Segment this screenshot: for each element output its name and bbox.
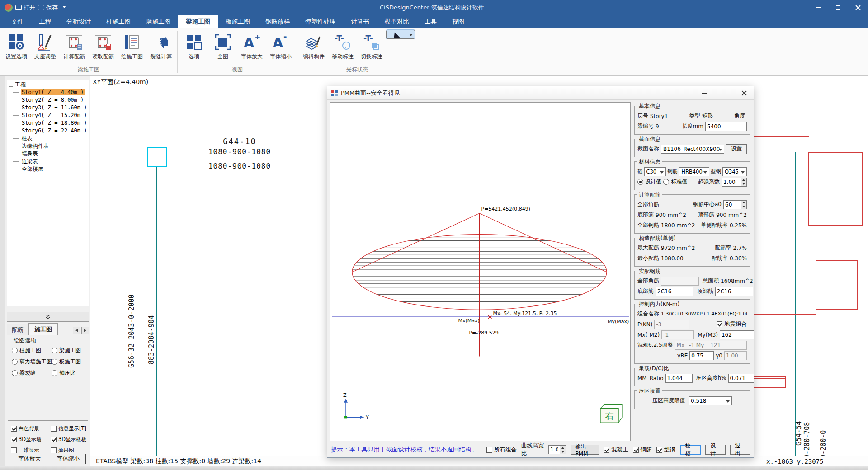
tree-item-2[interactable]: Story2( Z = 8.00m ): [9, 96, 89, 104]
tree-item-3[interactable]: Story3( Z = 11.60m ): [9, 104, 89, 112]
menu-tab-9[interactable]: 弹塑性处理: [297, 15, 344, 28]
quick-access-dropdown-icon[interactable]: [62, 6, 66, 10]
maximize-button[interactable]: [828, 0, 848, 15]
actual-top-input[interactable]: [715, 287, 753, 296]
tree-item-4[interactable]: Story4( Z = 15.20m ): [9, 112, 89, 119]
rebar-checkbox[interactable]: 钢筋: [633, 446, 652, 454]
open-button[interactable]: 打开: [15, 4, 35, 12]
standard-value-radio[interactable]: 标准值: [663, 178, 687, 186]
gamma-re-input[interactable]: [689, 351, 714, 360]
ribbon-button-toggle-label[interactable]: -T-切换标注: [357, 30, 386, 62]
menu-tab-12[interactable]: 工具: [417, 15, 444, 28]
tabs-scroll-left-button[interactable]: [73, 327, 80, 334]
ribbon-button-move-label[interactable]: -T-移动标注: [328, 30, 357, 62]
ribbon-button-select-cursor[interactable]: 选择实体: [386, 30, 415, 39]
draw-option-radio-5[interactable]: 梁裂缝: [12, 369, 52, 377]
ribbon-button-section-calc[interactable]: 计算配筋: [60, 30, 89, 62]
actual-corner-input[interactable]: [661, 277, 699, 286]
ribbon-button-font-minus[interactable]: A-字体缩小: [266, 30, 295, 62]
menu-tab-3[interactable]: 分析设计: [59, 15, 99, 28]
tree-root[interactable]: 工程: [9, 81, 89, 89]
display-option-checkbox-1[interactable]: 白色背景: [11, 425, 51, 432]
dialog-close-button[interactable]: [734, 86, 754, 100]
project-tree[interactable]: 工程 Story1( Z = 4.40m )Story2( Z = 8.00m …: [7, 80, 89, 306]
font-enlarge-button[interactable]: 字体放大: [12, 454, 47, 464]
ribbon-button-draw-sheet[interactable]: 绘施工图: [118, 30, 146, 62]
menu-tab-4[interactable]: 柱施工图: [99, 15, 138, 28]
save-button[interactable]: 保存: [38, 4, 58, 12]
menu-tab-5[interactable]: 墙施工图: [138, 15, 178, 28]
compression-height-input[interactable]: [728, 374, 754, 383]
display-option-checkbox-5[interactable]: 三维显示: [11, 447, 51, 454]
code-adjust-input[interactable]: [675, 341, 747, 350]
design-button[interactable]: 设计: [705, 445, 725, 455]
close-button[interactable]: [848, 0, 868, 15]
verify-button[interactable]: 校核: [680, 445, 701, 455]
ribbon-button-fit-view[interactable]: 全图: [208, 30, 237, 62]
tree-item-8[interactable]: 边缘构件表: [9, 142, 89, 150]
concrete-checkbox[interactable]: 混凝土: [604, 446, 628, 454]
tree-item-9[interactable]: 墙身表: [9, 150, 89, 158]
mm-ratio-input[interactable]: [665, 374, 693, 383]
steel-grade-select[interactable]: Q345: [722, 167, 747, 176]
tree-item-11[interactable]: 全部楼层: [9, 165, 89, 173]
ribbon-button-section-read[interactable]: 读取配筋: [89, 30, 118, 62]
tree-item-5[interactable]: Story5( Z = 18.80m ): [9, 119, 89, 127]
menu-tab-11[interactable]: 模型对比: [377, 15, 417, 28]
tree-item-7[interactable]: 柱表: [9, 135, 89, 142]
tree-item-10[interactable]: 连梁表: [9, 158, 89, 165]
draw-option-radio-2[interactable]: 梁施工图: [52, 347, 90, 354]
exit-button[interactable]: 退出: [730, 445, 750, 455]
ribbon-button-crack-calc[interactable]: 裂缝计算: [146, 30, 175, 62]
steel-checkbox[interactable]: 型钢: [656, 446, 675, 454]
tabs-scroll-right-button[interactable]: [81, 327, 89, 334]
tab-construction-drawing[interactable]: 施工图: [28, 323, 58, 335]
aspect-ratio-spinner[interactable]: [548, 445, 566, 454]
section-name-select[interactable]: B1106_Rect400X900: [661, 145, 724, 154]
rebar-center-spinner[interactable]: [723, 200, 747, 209]
dialog-minimize-button[interactable]: [694, 86, 714, 100]
draw-option-radio-4[interactable]: 板施工图: [52, 358, 90, 366]
ribbon-button-grid[interactable]: 选项: [179, 30, 208, 62]
tab-rebar[interactable]: 配筋: [7, 324, 28, 335]
menu-tab-10[interactable]: 计算书: [344, 15, 377, 28]
tree-item-1[interactable]: Story1( Z = 4.40m ): [9, 89, 89, 96]
font-shrink-button[interactable]: 字体缩小: [51, 454, 86, 464]
display-option-checkbox-3[interactable]: 3D显示墙: [11, 436, 51, 443]
my-input[interactable]: [720, 330, 754, 339]
concrete-grade-select[interactable]: C30: [644, 167, 666, 176]
draw-option-radio-3[interactable]: 剪力墙施工图: [12, 358, 52, 366]
menu-tab-2[interactable]: 工程: [31, 15, 59, 28]
section-settings-button[interactable]: 设置: [726, 144, 747, 154]
ribbon-button-font-plus[interactable]: A+字体放大: [237, 30, 266, 62]
menu-tab-8[interactable]: 钢筋放样: [258, 15, 297, 28]
tree-expand-icon[interactable]: [9, 83, 13, 87]
dialog-title-bar[interactable]: PMM曲面--安全看得见: [327, 86, 754, 100]
pmm-chart[interactable]: P=5421.452(0.849) Mx(Max)= P=-289.529 Mx…: [330, 102, 631, 441]
draw-option-radio-6[interactable]: 轴压比: [52, 369, 90, 377]
actual-bottom-input[interactable]: [656, 287, 693, 296]
overstrength-spinner[interactable]: [722, 178, 747, 187]
dialog-maximize-button[interactable]: [714, 86, 734, 100]
quake-combo-checkbox[interactable]: 地震组合: [717, 320, 747, 328]
all-combos-checkbox[interactable]: 所有组合: [486, 446, 517, 454]
compression-limit-select[interactable]: 0.518: [689, 396, 732, 405]
menu-tab-13[interactable]: 视图: [444, 15, 472, 28]
left-rail[interactable]: [0, 76, 5, 470]
p-force-input[interactable]: [654, 320, 689, 329]
tree-item-6[interactable]: Story6( Z = 22.40m ): [9, 127, 89, 135]
design-value-radio[interactable]: 设计值: [637, 178, 661, 186]
display-option-checkbox-2[interactable]: 信息显示[T]: [51, 425, 89, 432]
draw-option-radio-1[interactable]: 柱施工图: [12, 347, 52, 354]
mx-input[interactable]: [661, 330, 694, 339]
collapse-panel-button[interactable]: [7, 312, 89, 322]
menu-tab-7[interactable]: 板施工图: [218, 15, 258, 28]
ribbon-button-grid-gear[interactable]: 设置选项: [2, 30, 31, 62]
rebar-grade-select[interactable]: HRB400: [679, 167, 709, 176]
export-pmm-button[interactable]: 输出PMM: [571, 445, 599, 455]
ribbon-button-edit-member[interactable]: 编辑构件: [299, 30, 328, 62]
gamma-0-input[interactable]: [724, 351, 747, 360]
display-option-checkbox-4[interactable]: 3D显示楼板: [51, 436, 89, 443]
menu-tab-6[interactable]: 梁施工图: [178, 15, 218, 28]
display-option-checkbox-6[interactable]: 效果图: [51, 447, 89, 454]
